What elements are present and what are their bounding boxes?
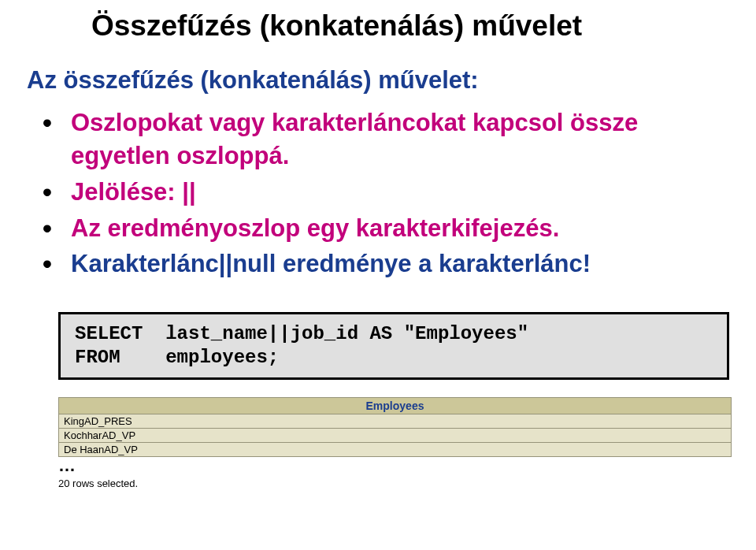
- bullet-list: Oszlopokat vagy karakterláncokat kapcsol…: [38, 106, 732, 281]
- bullet-item: Az eredményoszlop egy karakterkifejezés.: [38, 212, 732, 245]
- result-table: Employees KingAD_PRES KochharAD_VP De Ha…: [58, 397, 732, 457]
- table-header: Employees: [59, 398, 732, 414]
- table-cell: De HaanAD_VP: [59, 443, 732, 457]
- sql-code-block: SELECT last_name||job_id AS "Employees" …: [58, 312, 729, 380]
- ellipsis: …: [58, 455, 732, 476]
- slide-title: Összefűzés (konkatenálás) művelet: [91, 9, 732, 43]
- bullet-item: Karakterlánc||null eredménye a karakterl…: [38, 247, 732, 281]
- bullet-item: Jelölése: ||: [38, 176, 732, 209]
- table-row: KingAD_PRES: [59, 414, 732, 429]
- bullet-item: Oszlopokat vagy karakterláncokat kapcsol…: [38, 106, 732, 173]
- slide-subtitle: Az összefűzés (konkatenálás) művelet:: [27, 66, 732, 95]
- table-cell: KingAD_PRES: [59, 414, 732, 429]
- table-row: De HaanAD_VP: [59, 443, 732, 457]
- rows-selected-text: 20 rows selected.: [58, 478, 732, 489]
- table-row: KochharAD_VP: [59, 429, 732, 443]
- table-cell: KochharAD_VP: [59, 429, 732, 443]
